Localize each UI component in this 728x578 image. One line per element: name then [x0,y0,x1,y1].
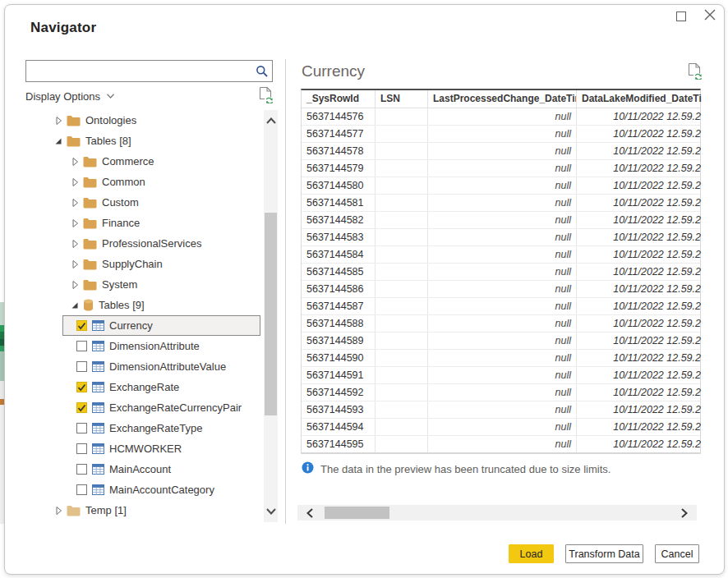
tree-item-exchangeratetype[interactable]: ExchangeRateType [24,418,264,438]
expand-arrow-collapsed-icon[interactable] [71,259,79,269]
preview-refresh-button[interactable] [687,62,703,83]
checkbox[interactable] [76,443,87,454]
tree-item-temp-1[interactable]: Temp [1] [24,500,264,521]
tree-item-label: ExchangeRateCurrencyPair [109,401,242,414]
expand-arrow-collapsed-icon[interactable] [71,177,79,187]
tree-item-label: SupplyChain [102,258,163,270]
cancel-button[interactable]: Cancel [655,544,699,563]
expand-arrow-collapsed-icon[interactable] [71,280,79,290]
table-cell: null [428,384,577,401]
tree-item-custom[interactable]: Custom [24,192,264,213]
tree-item-finance[interactable]: Finance [24,213,264,233]
tree-item-currency[interactable]: Currency [62,315,260,336]
expand-arrow-collapsed-icon[interactable] [71,157,79,167]
transform-data-button[interactable]: Transform Data [565,544,643,563]
checkbox[interactable] [76,361,87,372]
display-options-dropdown[interactable]: Display Options [25,87,273,105]
table-cell: null [428,436,577,452]
tree-scrollbar[interactable] [264,110,278,522]
checkbox[interactable] [76,320,87,331]
checkbox[interactable] [76,464,87,475]
tree-item-label: Ontologies [85,114,136,126]
scroll-right-icon[interactable] [675,505,693,521]
table-cell: 10/11/2022 12.59.2 [577,298,702,314]
table-cell [376,281,428,297]
table-cell: 10/11/2022 12.59.2 [577,401,702,418]
tree-item-hcmworker[interactable]: HCMWORKER [24,438,264,459]
table-cell [376,436,428,452]
database-icon [83,299,94,311]
checkbox[interactable] [76,382,87,392]
table-cell: 10/11/2022 12.59.2 [577,333,702,349]
table-cell: 10/11/2022 12.59.2 [577,143,702,159]
scroll-up-icon[interactable] [264,113,278,128]
preview-hscrollbar-thumb[interactable] [325,507,389,519]
refresh-button[interactable] [258,86,274,107]
table-cell [376,264,428,280]
table-row: 5637144591null10/11/2022 12.59.2 [302,367,700,384]
preview-hscrollbar[interactable] [297,505,697,521]
scroll-down-icon[interactable] [264,504,278,519]
tree-item-system[interactable]: System [24,274,264,295]
column-header[interactable]: DataLakeModified_DateTime [577,90,702,108]
tree-item-dimensionattribute[interactable]: DimensionAttribute [24,336,264,356]
table-cell: 10/11/2022 12.59.2 [577,108,702,125]
close-button[interactable] [698,7,722,25]
table-cell: null [428,401,577,418]
expand-arrow-collapsed-icon[interactable] [71,239,79,249]
tree-item-tables-9[interactable]: Tables [9] [24,295,264,315]
table-icon [92,320,104,331]
maximize-button[interactable] [669,8,693,26]
tree-scrollbar-thumb[interactable] [265,213,277,415]
table-row: 5637144595null10/11/2022 12.59.2 [302,436,700,453]
expand-arrow-collapsed-icon[interactable] [71,198,79,208]
table-cell: null [428,367,577,383]
table-cell: 5637144577 [302,126,376,142]
expand-arrow-collapsed-icon[interactable] [54,116,62,126]
checkbox[interactable] [76,423,87,434]
checkbox[interactable] [76,484,87,495]
tree-item-label: Commerce [102,155,154,167]
table-cell: 10/11/2022 12.59.2 [577,126,702,142]
tree-item-mainaccountcategory[interactable]: MainAccountCategory [24,479,264,500]
checkbox[interactable] [76,402,87,413]
load-button[interactable]: Load [509,544,554,563]
info-icon [302,461,314,477]
tree-item-commerce[interactable]: Commerce [24,151,264,172]
tree-item-supplychain[interactable]: SupplyChain [24,254,264,274]
table-cell [376,367,428,383]
tree-item-exchangerate[interactable]: ExchangeRate [24,377,264,397]
tree-item-ontologies[interactable]: Ontologies [24,110,264,131]
column-header[interactable]: LSN [376,90,428,108]
tree-item-common[interactable]: Common [24,172,264,192]
truncation-message: The data in the preview has been truncat… [320,463,611,475]
scroll-left-icon[interactable] [301,505,319,521]
table-row: 5637144581null10/11/2022 12.59.2 [302,195,700,212]
table-cell: 10/11/2022 12.59.2 [577,281,702,297]
table-cell: null [428,264,577,280]
column-header[interactable]: _SysRowId [302,90,376,108]
tree-item-dimensionattributevalue[interactable]: DimensionAttributeValue [24,356,264,377]
tree-item-label: DimensionAttribute [109,340,200,352]
tree-item-mainaccount[interactable]: MainAccount [24,459,264,479]
table-cell [376,298,428,314]
table-cell: 5637144595 [302,436,376,452]
expand-arrow-collapsed-icon[interactable] [71,218,79,228]
table-cell: 10/11/2022 12.59.2 [577,350,702,366]
expand-arrow-expanded-icon[interactable] [71,301,79,310]
search-icon[interactable] [252,65,272,78]
table-cell [376,160,428,177]
table-row: 5637144582null10/11/2022 12.59.2 [302,212,700,229]
column-header[interactable]: LastProcessedChange_DateTime [428,90,577,108]
table-cell: null [428,315,577,332]
refresh-page-icon [687,62,703,80]
tree-item-tables-8[interactable]: Tables [8] [24,131,264,151]
search-input[interactable] [26,61,252,81]
folder-icon [67,135,81,147]
checkbox[interactable] [76,341,87,351]
table-cell: 5637144579 [302,160,376,177]
expand-arrow-expanded-icon[interactable] [54,137,62,145]
tree-item-professionalservices[interactable]: ProfessionalServices [24,233,264,254]
tree-item-exchangeratecurrencypair[interactable]: ExchangeRateCurrencyPair [24,397,264,418]
expand-arrow-collapsed-icon[interactable] [54,506,62,516]
